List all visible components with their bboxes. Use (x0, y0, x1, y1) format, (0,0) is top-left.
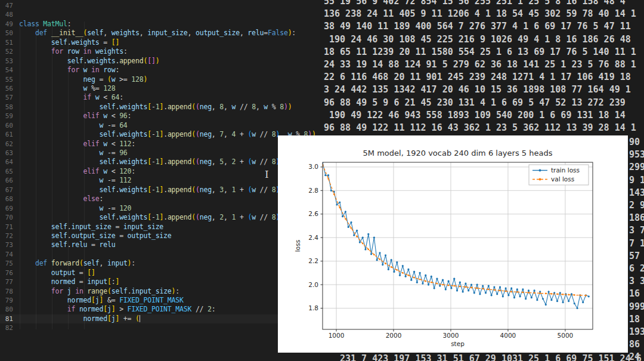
line-number[interactable]: 68 (0, 195, 13, 203)
code-line[interactable]: 50 def __init__(self, weights, input_siz… (0, 29, 316, 38)
terminal-row-partial: 2 96 (629, 200, 644, 211)
code-line[interactable]: 73 self.relu = relu (0, 240, 316, 249)
terminal-row: 3 24 442 135 1342 417 20 46 10 15 36 189… (324, 84, 631, 95)
line-number[interactable]: 74 (0, 250, 13, 259)
line-number[interactable]: 58 (0, 103, 13, 112)
code-line[interactable]: 77 normed = input[:] (0, 277, 316, 286)
svg-text:2000: 2000 (386, 332, 402, 339)
code-line[interactable]: 79 normed[j] &= FIXED_POINT_MASK (0, 296, 316, 305)
line-number[interactable]: 53 (0, 57, 13, 66)
code-token: , (103, 29, 111, 37)
code-token (19, 121, 99, 129)
line-number[interactable]: 57 (0, 93, 13, 102)
code-token (19, 75, 83, 84)
loss-chart-window[interactable]: 100020003000400050001.82.02.22.42.62.83.… (278, 135, 628, 353)
code-token: w (103, 167, 107, 175)
line-number[interactable]: 79 (0, 296, 13, 305)
line-number[interactable]: 80 (0, 305, 13, 314)
line-number[interactable]: 56 (0, 84, 13, 93)
code-token (19, 296, 67, 304)
line-number[interactable]: 55 (0, 75, 13, 84)
line-number[interactable]: 72 (0, 232, 13, 240)
code-line[interactable]: 76 output = [] (0, 269, 316, 277)
line-number[interactable]: 52 (0, 47, 13, 56)
code-line[interactable]: 63 w -= 96 (0, 149, 316, 158)
code-token: -= (103, 204, 119, 212)
code-token: , (212, 103, 219, 111)
line-number[interactable]: 69 (0, 204, 13, 213)
code-token: , (224, 103, 231, 111)
terminal-row: 190 49 122 46 943 558 1893 109 540 200 1… (324, 110, 626, 121)
code-line[interactable]: 70 self.weights[-1].append((neg, 2, 1 + … (0, 213, 316, 222)
line-number[interactable]: 64 (0, 158, 13, 166)
code-line[interactable]: 78 for j in range(self.input_size): (0, 287, 316, 296)
line-number[interactable]: 73 (0, 240, 13, 249)
line-number[interactable]: 75 (0, 259, 13, 268)
code-line[interactable]: 74 (0, 250, 316, 259)
line-number[interactable]: 61 (0, 130, 13, 139)
code-line[interactable]: 53 self.weights.append([]) (0, 57, 316, 66)
code-token: [ (147, 103, 151, 111)
code-token (19, 277, 51, 286)
code-token (19, 232, 51, 240)
code-line[interactable]: 72 self.output_size = output_size (0, 232, 316, 240)
line-number[interactable]: 63 (0, 149, 13, 158)
line-number[interactable]: 62 (0, 140, 13, 149)
code-token (19, 66, 67, 74)
code-line[interactable]: 48 (0, 10, 316, 19)
code-line[interactable]: 71 self.input_size = input_size (0, 223, 316, 232)
code-line[interactable]: 57 if w < 64: (0, 93, 316, 102)
line-number[interactable]: 70 (0, 213, 13, 222)
line-number[interactable]: 49 (0, 20, 13, 29)
code-line[interactable]: 54 for w in row: (0, 66, 316, 75)
code-line[interactable]: 68 else: (0, 195, 316, 203)
code-line[interactable]: 58 self.weights[-1].append((neg, 8, w //… (0, 103, 316, 112)
line-number[interactable]: 50 (0, 29, 13, 38)
code-token: : (212, 305, 216, 313)
code-line[interactable]: 55 neg = (w >= 128) (0, 75, 316, 84)
code-line[interactable]: 81 normed[j] += ( (0, 314, 316, 323)
code-token: self (51, 240, 67, 249)
line-number[interactable]: 71 (0, 223, 13, 232)
terminal-bottom-row: 231 7 423 197 153 31 51 67 29 1031 25 1 … (340, 353, 642, 361)
code-line[interactable]: 60 w -= 64 (0, 121, 316, 130)
line-number[interactable]: 82 (0, 323, 13, 332)
code-token (47, 29, 51, 37)
line-number[interactable]: 47 (0, 1, 13, 10)
code-line[interactable]: 80 if normed[j] > FIXED_POINT_MASK // 2: (0, 305, 316, 314)
code-token: self (51, 38, 67, 47)
code-token: FIXED_POINT_MASK (119, 296, 184, 304)
code-line[interactable]: 47 (0, 1, 316, 10)
line-number[interactable]: 76 (0, 269, 13, 277)
line-number[interactable]: 48 (0, 10, 13, 19)
code-line[interactable]: 56 w %= 128 (0, 84, 316, 93)
code-line[interactable]: 59 elif w < 96: (0, 112, 316, 121)
line-number[interactable]: 81 (0, 314, 13, 323)
code-line[interactable]: 61 self.weights[-1].append((neg, 7, 4 + … (0, 130, 316, 139)
svg-text:3.0: 3.0 (308, 163, 318, 170)
code-line[interactable]: 49class MatMul: (0, 20, 316, 29)
line-number[interactable]: 67 (0, 186, 13, 195)
code-token: : (99, 195, 103, 203)
code-line[interactable]: 64 self.weights[-1].append((neg, 5, 2 + … (0, 158, 316, 166)
line-number[interactable]: 66 (0, 176, 13, 185)
line-number[interactable]: 60 (0, 121, 13, 130)
line-number[interactable]: 78 (0, 287, 13, 296)
code-line[interactable]: 62 elif w < 112: (0, 140, 316, 149)
code-line[interactable]: 82 (0, 323, 316, 332)
code-token: self (87, 29, 103, 37)
line-number[interactable]: 59 (0, 112, 13, 121)
line-number[interactable]: 77 (0, 277, 13, 286)
line-number[interactable]: 54 (0, 66, 13, 75)
line-number[interactable]: 65 (0, 167, 13, 176)
terminal-row-partial: 86 (629, 339, 640, 350)
code-editor[interactable]: 474849class MatMul:50 def __init__(self,… (0, 0, 322, 361)
code-line[interactable]: 67 self.weights[-1].append((neg, 3, 1 + … (0, 186, 316, 195)
code-line[interactable]: 51 self.weights = [] (0, 38, 316, 47)
code-line[interactable]: 75 def forward(self, input): (0, 259, 316, 268)
code-token: normed (51, 277, 75, 286)
code-token: : (128, 112, 132, 120)
code-line[interactable]: 52 for row in weights: (0, 47, 316, 56)
line-number[interactable]: 51 (0, 38, 13, 47)
code-line[interactable]: 69 w -= 120 (0, 204, 316, 213)
